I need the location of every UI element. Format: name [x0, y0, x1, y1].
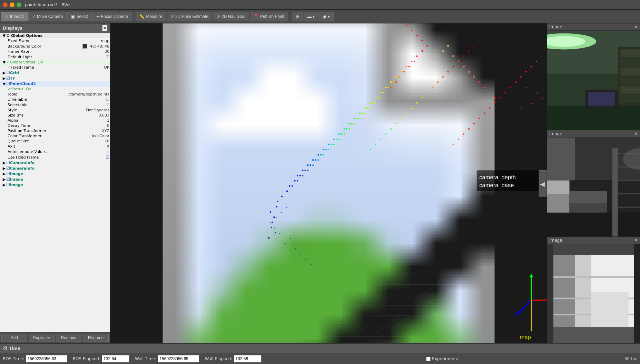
ros-time-input[interactable] [26, 355, 67, 363]
svg-point-129 [375, 97, 376, 99]
expander-icon[interactable]: ▶ [2, 71, 6, 75]
img3-checkbox[interactable]: ☑ [6, 182, 10, 187]
svg-rect-294 [547, 244, 553, 343]
displays-tree[interactable]: ▼ ⚙ Global Options Fixed Frame map Backg… [0, 33, 110, 332]
svg-point-229 [401, 118, 402, 119]
interact-button[interactable]: ↖ Interact [1, 12, 28, 21]
svg-point-198 [411, 29, 413, 31]
tree-image-1[interactable]: ▶ ☑ Image [0, 171, 110, 176]
3d-view[interactable]: camera_depth camera_base map ◀ [110, 23, 547, 343]
svg-rect-273 [547, 180, 570, 194]
ci2-checkbox[interactable]: ☑ [6, 166, 10, 171]
nav-icon: ↗ [217, 14, 220, 19]
svg-point-193 [272, 222, 274, 223]
minimize-button[interactable] [10, 2, 14, 7]
grid-checkbox[interactable]: ☑ [6, 70, 10, 75]
remove-display-button[interactable]: Remove [56, 334, 82, 342]
svg-point-157 [377, 97, 379, 99]
move-camera-button[interactable]: ⤢ Move Camera [28, 12, 67, 21]
expander-icon[interactable]: ▼ [2, 60, 6, 64]
svg-point-196 [421, 40, 423, 42]
svg-point-148 [331, 144, 332, 145]
tree-global-status[interactable]: ▼ ✓ Global Status: Ok [0, 60, 110, 65]
select-button[interactable]: ▣ Select [67, 12, 91, 21]
pc2-checkbox[interactable]: ☑ [6, 81, 10, 86]
right-panels: Image ✕ [547, 23, 640, 343]
experimental-checkbox[interactable] [426, 357, 431, 361]
image-panel-3-close[interactable]: ✕ [634, 238, 638, 243]
tree-tf[interactable]: ▶ ☑ TF [0, 75, 110, 81]
svg-point-210 [520, 76, 522, 78]
camera-type-button[interactable]: ◉ ▾ [319, 12, 333, 21]
tree-pointcloud2[interactable]: ▼ ☑ PointCloud2 [0, 81, 110, 87]
svg-point-230 [406, 112, 407, 114]
ci1-checkbox[interactable]: ☑ [6, 160, 10, 165]
autocompute-checkbox[interactable]: ☑ [106, 149, 109, 154]
window-controls[interactable] [3, 2, 21, 7]
svg-rect-292 [547, 244, 640, 255]
close-button[interactable] [3, 2, 8, 7]
bg-color-swatch[interactable] [82, 44, 87, 49]
image-panel-1-content[interactable] [547, 31, 640, 130]
image-panel-1-close[interactable]: ✕ [634, 24, 638, 29]
bottom-section: ⏱ Time ROS Time: ROS Elapsed: Wall Time:… [0, 343, 640, 364]
tree-grid[interactable]: ▶ ☑ Grid [0, 70, 110, 75]
selectable-checkbox[interactable]: ☑ [106, 102, 109, 107]
rename-display-button[interactable]: Rename [83, 334, 109, 342]
expander-icon[interactable]: ▶ [2, 177, 6, 182]
expander-icon[interactable]: ▼ [2, 33, 6, 38]
expander-icon[interactable]: ▶ [2, 76, 6, 81]
img2-checkbox[interactable]: ☑ [6, 177, 10, 182]
tree-image-2[interactable]: ▶ ☑ Image [0, 176, 110, 182]
svg-point-209 [515, 81, 516, 83]
svg-point-115 [302, 170, 304, 171]
tree-global-options[interactable]: ▼ ⚙ Global Options [0, 33, 110, 38]
wall-elapsed-input[interactable] [234, 355, 262, 363]
pose-estimate-button[interactable]: ↗ 2D Pose Estimate [167, 12, 212, 21]
expander-icon[interactable]: ▶ [2, 183, 6, 187]
nav-goal-button[interactable]: ↗ 2D Nav Goal [213, 12, 249, 21]
image-panel-3-content[interactable] [547, 244, 640, 343]
ros-elapsed-input[interactable] [102, 355, 129, 363]
svg-point-116 [307, 164, 309, 166]
tree-camerainfo-2[interactable]: ▶ ☑ CameraInfo [0, 165, 110, 171]
duplicate-display-button[interactable]: Duplicate [29, 334, 55, 342]
image-panel-2-content[interactable] [547, 138, 640, 237]
focus-camera-button[interactable]: ✛ Focus Camera [92, 12, 132, 21]
img1-checkbox[interactable]: ☑ [6, 171, 10, 176]
camerainfo2-label: CameraInfo [10, 166, 109, 171]
svg-point-225 [380, 139, 382, 140]
svg-rect-259 [620, 59, 640, 67]
svg-point-117 [312, 159, 314, 161]
expander-icon[interactable]: ▶ [2, 161, 6, 165]
maximize-button[interactable] [17, 2, 21, 7]
wall-time-input[interactable] [158, 355, 199, 363]
image-panel-2-close[interactable]: ✕ [634, 131, 638, 136]
axes-button[interactable]: ⊕ [292, 12, 303, 21]
default-light-checkbox[interactable]: ☑ [106, 54, 109, 59]
svg-rect-262 [620, 86, 640, 94]
svg-point-133 [395, 76, 397, 78]
expander-icon[interactable]: ▶ [2, 172, 6, 176]
publish-point-button[interactable]: 📍 Publish Point [250, 12, 288, 21]
tree-image-3[interactable]: ▶ ☑ Image [0, 182, 110, 188]
image-panel-1-title: Image [549, 24, 562, 29]
image-panel-3: Image ✕ [547, 237, 640, 343]
pointcloud-visualization[interactable]: camera_depth camera_base map ◀ [110, 23, 547, 343]
measure-button[interactable]: 📏 Measure [136, 12, 166, 21]
tree-camerainfo-1[interactable]: ▶ ☑ CameraInfo [0, 160, 110, 165]
svg-point-125 [354, 118, 356, 119]
expander-icon[interactable]: ▶ [2, 166, 6, 171]
tree-fixed-frame-status: ✓ Fixed Frame OK [0, 65, 110, 70]
expander-icon[interactable]: ▼ [2, 82, 6, 86]
unreliable-checkbox[interactable]: ☐ [106, 97, 109, 102]
image-panel-3-header: Image ✕ [547, 237, 640, 244]
view-dropdown-button[interactable]: ▬ ▾ [304, 12, 318, 21]
tf-checkbox[interactable]: ☑ [6, 76, 10, 81]
displays-title: Displays [3, 26, 22, 31]
add-display-button[interactable]: Add [1, 334, 27, 342]
size-value: 0.003 [97, 113, 110, 118]
svg-point-189 [273, 216, 275, 218]
displays-close-button[interactable]: ✕ [102, 25, 107, 31]
use-fixed-frame-checkbox[interactable]: ☑ [106, 155, 109, 160]
